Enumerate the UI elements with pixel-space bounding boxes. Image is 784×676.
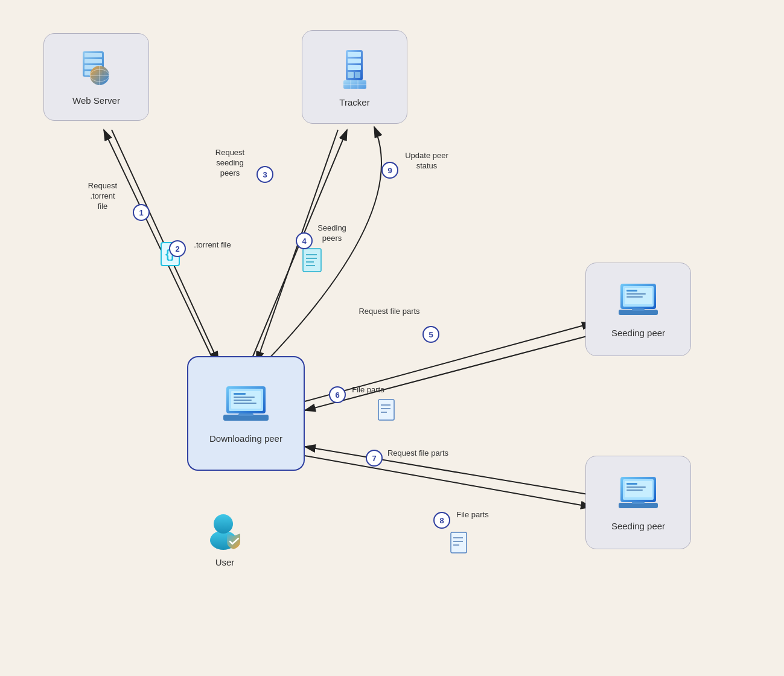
- file-parts-icon2: [450, 531, 470, 558]
- downloading-box: Downloading peer: [187, 356, 305, 471]
- seeding1-label: Seeding peer: [611, 328, 665, 338]
- svg-rect-20: [348, 52, 361, 57]
- seeding1-box: Seeding peer: [585, 263, 691, 356]
- step5-badge: 5: [422, 326, 439, 343]
- svg-rect-41: [626, 290, 637, 292]
- user-node: User: [202, 507, 247, 567]
- webserver-box: Web Server: [43, 33, 149, 121]
- svg-rect-42: [626, 293, 646, 295]
- svg-rect-58: [303, 249, 321, 272]
- step5-label: Request file parts: [356, 307, 422, 317]
- svg-rect-22: [348, 65, 361, 70]
- user-label: User: [215, 557, 235, 567]
- svg-rect-35: [234, 403, 257, 404]
- seeding1-node: Seeding peer: [585, 263, 691, 356]
- step3-label: Request seedingpeers: [205, 148, 255, 179]
- svg-rect-50: [626, 486, 646, 488]
- step2-label: .torrent file: [185, 240, 240, 250]
- step8-badge: 8: [433, 512, 450, 529]
- downloading-node: Downloading peer: [187, 356, 305, 471]
- svg-rect-32: [234, 393, 246, 395]
- svg-rect-67: [451, 532, 467, 553]
- svg-rect-43: [626, 296, 643, 298]
- svg-rect-24: [355, 72, 360, 78]
- seeding2-label: Seeding peer: [611, 521, 665, 531]
- svg-rect-49: [626, 483, 637, 485]
- svg-line-7: [305, 335, 591, 410]
- svg-line-9: [305, 456, 591, 507]
- tracker-icon: [334, 47, 376, 92]
- step4-badge: 4: [296, 232, 313, 249]
- downloading-icon: [220, 383, 272, 429]
- downloading-label: Downloading peer: [209, 433, 282, 444]
- step6-label: File parts: [347, 385, 389, 395]
- step2-badge: 2: [169, 240, 186, 257]
- step7-badge: 7: [366, 450, 383, 467]
- seeding-doc-svg: [302, 247, 325, 274]
- step1-badge: 1: [133, 204, 150, 221]
- svg-rect-11: [84, 53, 102, 57]
- seeding2-box: Seeding peer: [585, 456, 691, 549]
- webserver-label: Web Server: [72, 95, 120, 106]
- step3-badge: 3: [257, 166, 273, 183]
- file-parts-icon1: [377, 398, 398, 425]
- svg-rect-37: [238, 413, 253, 416]
- step9-label: Update peerstatus: [400, 151, 454, 171]
- svg-rect-45: [632, 308, 645, 311]
- step6-badge: 6: [329, 386, 346, 403]
- svg-rect-23: [348, 72, 354, 78]
- diagram: Web Server: [0, 0, 784, 676]
- user-icon: [202, 507, 247, 552]
- svg-point-55: [214, 514, 233, 534]
- svg-rect-63: [378, 400, 394, 420]
- seeding1-icon: [616, 281, 661, 323]
- seeding2-icon: [616, 474, 661, 516]
- tracker-node: Tracker: [302, 30, 407, 124]
- step8-label: File parts: [451, 510, 494, 520]
- webserver-icon: [74, 48, 119, 91]
- doc2-svg: [450, 531, 470, 555]
- seeding2-node: Seeding peer: [585, 456, 691, 549]
- tracker-box: Tracker: [302, 30, 407, 124]
- doc1-svg: [377, 398, 398, 422]
- svg-rect-51: [626, 489, 643, 491]
- step4-label: Seedingpeers: [314, 223, 350, 244]
- svg-rect-12: [84, 59, 102, 63]
- webserver-node: Web Server: [43, 33, 149, 121]
- step7-label: Request file parts: [383, 448, 453, 459]
- svg-rect-33: [234, 397, 255, 398]
- seeding-peers-icon: [302, 247, 325, 276]
- step1-label: Request .torrentfile: [78, 181, 127, 212]
- step9-badge: 9: [381, 162, 398, 179]
- tracker-label: Tracker: [339, 97, 369, 107]
- svg-rect-34: [234, 400, 252, 401]
- svg-rect-53: [632, 502, 645, 504]
- svg-rect-21: [348, 59, 361, 63]
